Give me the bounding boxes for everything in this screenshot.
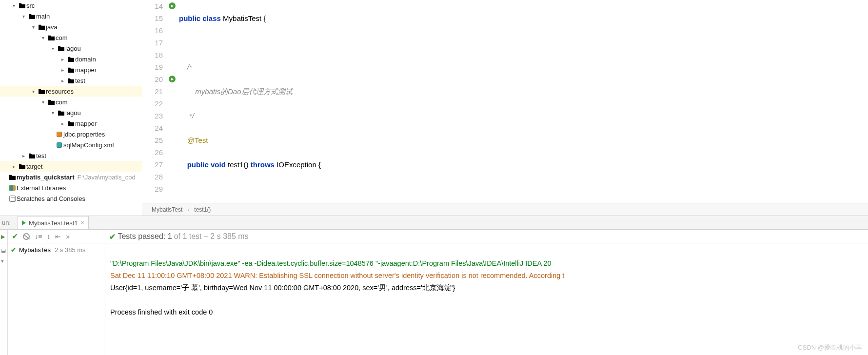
chevron-down-icon[interactable]: ▾ [39, 99, 47, 105]
watermark: CSDN @爱吃桃的小羊 [798, 343, 862, 352]
console-line: Sat Dec 11 11:00:10 GMT+08:00 2021 WARN:… [110, 272, 564, 279]
scratch-icon [9, 196, 16, 202]
tree-node-test-pkg[interactable]: ▸ test [0, 75, 142, 86]
tree-label: main [36, 13, 50, 20]
tree-node-jdbc-properties[interactable]: jdbc.properties [0, 129, 142, 139]
run-side-toolbar: ⬓ ▾ [0, 243, 8, 355]
run-gutter-icon[interactable]: ▸ [169, 76, 176, 82]
chevron-right-icon[interactable]: ▸ [20, 153, 27, 158]
tree-node-domain[interactable]: ▸ domain [0, 54, 142, 64]
tree-label: test [36, 152, 46, 159]
console-output[interactable]: "D:\Program Files\Java\JDK\bin\java.exe"… [105, 243, 868, 355]
test-duration: 2 s 385 ms [55, 246, 89, 254]
test-name: MybatisTes [19, 246, 51, 254]
chevron-right-icon[interactable]: ▸ [59, 78, 66, 83]
xml-file-icon [57, 142, 62, 148]
chevron-right-icon[interactable]: ▸ [59, 121, 66, 126]
more-icon[interactable]: » [66, 233, 70, 240]
tree-label: mapper [75, 66, 97, 74]
tree-label: lagou [65, 109, 81, 117]
editor-gutter[interactable]: 14▸ 15 16 17 18 19 20▸ 21 22 23 24 25 26… [142, 0, 170, 203]
tree-label: mapper [75, 120, 97, 127]
tree-label: java [46, 23, 58, 31]
run-tab-label: MybatisTest.test1 [29, 219, 78, 227]
test-tree[interactable]: ✔ MybatisTes 2 s 385 ms [8, 243, 105, 355]
chevron-right-icon[interactable]: ▸ [59, 57, 66, 62]
tree-node-java[interactable]: ▾ java [0, 21, 142, 32]
ignore-icon[interactable] [23, 233, 30, 240]
run-tab[interactable]: MybatisTest.test1 × [18, 216, 88, 229]
tree-node-src[interactable]: ▾ src [0, 0, 142, 11]
tree-node-scratches[interactable]: Scratches and Consoles [0, 193, 142, 204]
tree-label: Scratches and Consoles [17, 195, 85, 202]
console-line: Process finished with exit code 0 [110, 308, 213, 316]
fold-strip[interactable] [170, 0, 176, 203]
tree-label: src [26, 2, 35, 9]
chevron-right-icon: › [187, 206, 189, 213]
tree-node-test-folder[interactable]: ▸ test [0, 150, 142, 161]
tree-label: target [26, 163, 42, 170]
close-icon[interactable]: × [81, 219, 84, 226]
check-icon: ✔ [109, 232, 116, 241]
project-tree[interactable]: ▾ src ▾ main ▾ java ▾ com ▾ [0, 0, 142, 216]
expand-icon[interactable]: ↕ [47, 233, 50, 240]
tree-label: jdbc.properties [63, 131, 105, 138]
tree-label: resources [46, 88, 74, 95]
rerun-icon[interactable]: ▶ [1, 234, 7, 239]
tree-node-sqlmapconfig[interactable]: sqlMapConfig.xml [0, 139, 142, 150]
run-tabbar: un: MybatisTest.test1 × [0, 216, 868, 230]
sort-icon[interactable]: ↓≡ [35, 233, 42, 240]
run-gutter-icon[interactable]: ▸ [169, 2, 176, 9]
chevron-down-icon[interactable]: ▾ [29, 24, 37, 30]
chevron-right-icon[interactable]: ▸ [59, 67, 66, 73]
tree-node-resources[interactable]: ▾ resources [0, 86, 142, 97]
run-panel-label: un: [2, 219, 14, 226]
collapse-icon[interactable]: ⇤ [55, 233, 61, 240]
tree-label: test [75, 77, 85, 84]
tree-node-com2[interactable]: ▾ com [0, 97, 142, 107]
code-content[interactable]: public class MybatisTest { /* mybatis的Da… [176, 0, 868, 203]
tree-label: External Libraries [17, 184, 66, 192]
tree-label: com [56, 34, 68, 41]
chevron-down-icon[interactable]: ▾ [10, 3, 18, 8]
tree-label: sqlMapConfig.xml [63, 141, 114, 149]
tree-node-target[interactable]: ▸ target [0, 161, 142, 172]
console-line: User{id=1, username='子 慕', birthday=Wed … [110, 284, 455, 292]
tree-label: lagou [65, 45, 81, 52]
tree-node-lagou[interactable]: ▾ lagou [0, 43, 142, 54]
tree-node-mapper2[interactable]: ▸ mapper [0, 118, 142, 129]
tree-node-main[interactable]: ▾ main [0, 11, 142, 21]
chevron-down-icon[interactable]: ▾ [49, 110, 57, 116]
play-icon [22, 220, 26, 225]
tree-node-module[interactable]: mybatis_quickstart F:\Java\mybatis_cod [0, 172, 142, 182]
tree-node-lagou2[interactable]: ▾ lagou [0, 107, 142, 118]
chevron-down-icon[interactable]: ▾ [49, 46, 57, 51]
chevron-down-icon[interactable]: ▾ [39, 35, 47, 40]
chevron-down-icon[interactable]: ▾ [20, 14, 27, 19]
library-icon [9, 185, 16, 191]
tree-path: F:\Java\mybatis_cod [78, 174, 136, 181]
tree-label: com [56, 99, 68, 106]
check-icon[interactable]: ✔ [12, 232, 18, 241]
status-detail: of 1 test – 2 s 385 ms [174, 232, 249, 241]
stop-icon[interactable]: ⬓ [1, 247, 7, 253]
tree-node-external-libs[interactable]: External Libraries [0, 182, 142, 193]
tree-node-com[interactable]: ▾ com [0, 32, 142, 43]
test-tree-item[interactable]: ✔ MybatisTes 2 s 385 ms [8, 243, 105, 256]
test-toolbar: ✔ ↓≡ ↕ ⇤ » [8, 230, 105, 243]
chevron-down-icon[interactable]: ▾ [29, 89, 37, 94]
test-status: ✔ Tests passed: 1 of 1 test – 2 s 385 ms [105, 230, 868, 243]
breadcrumb-method[interactable]: test1() [194, 206, 211, 213]
properties-file-icon [57, 132, 62, 137]
tree-label: domain [75, 56, 96, 63]
breadcrumb-class[interactable]: MybatisTest [152, 206, 182, 213]
breadcrumb[interactable]: MybatisTest › test1() [142, 203, 868, 216]
layout-icon[interactable]: ▾ [1, 258, 7, 264]
code-editor[interactable]: 14▸ 15 16 17 18 19 20▸ 21 22 23 24 25 26… [142, 0, 868, 216]
console-line: "D:\Program Files\Java\JDK\bin\java.exe"… [110, 259, 552, 267]
chevron-right-icon[interactable]: ▸ [10, 164, 18, 169]
tree-label: mybatis_quickstart [17, 174, 75, 181]
status-passed: Tests passed: 1 [118, 232, 172, 241]
tree-node-mapper[interactable]: ▸ mapper [0, 64, 142, 75]
check-icon: ✔ [11, 246, 16, 254]
